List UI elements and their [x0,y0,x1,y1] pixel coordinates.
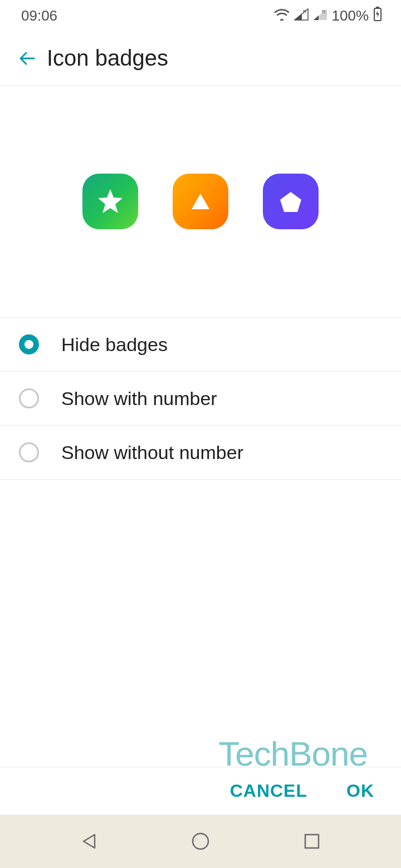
battery-icon [373,7,382,25]
cancel-button[interactable]: CANCEL [230,781,307,801]
radio-unselected-icon [19,388,39,408]
signal-2-icon: R [313,7,327,24]
option-label: Show with number [61,388,217,410]
status-time: 09:06 [21,7,57,24]
svg-text:R: R [322,9,326,14]
nav-back-button[interactable] [75,827,103,855]
option-show-with-number[interactable]: Show with number [0,372,401,426]
back-button[interactable] [13,43,43,73]
svg-rect-3 [376,7,379,8]
option-label: Show without number [61,442,243,463]
options-list: Hide badges Show with number Show withou… [0,318,401,480]
wifi-icon [274,7,290,24]
nav-recent-button[interactable] [298,827,326,855]
button-bar: CANCEL OK [0,767,401,815]
svg-rect-5 [305,835,319,848]
ok-button[interactable]: OK [346,781,374,801]
page-title: Icon badges [47,46,168,71]
status-right: R R 100% [274,7,383,25]
option-show-without-number[interactable]: Show without number [0,426,401,480]
preview-icon-triangle [173,174,228,229]
option-label: Hide badges [61,334,168,356]
navigation-bar [0,815,401,868]
radio-selected-icon [19,334,39,354]
battery-pct: 100% [332,7,369,24]
signal-1-icon: R [294,7,309,24]
preview-icon-star [82,174,138,229]
svg-point-4 [193,834,208,849]
preview-icon-pentagon [263,174,319,229]
status-bar: 09:06 R R 100% [0,0,401,31]
nav-home-button[interactable] [187,827,214,855]
badge-preview [0,86,401,318]
option-hide-badges[interactable]: Hide badges [0,318,401,372]
svg-text:R: R [303,9,307,14]
header: Icon badges [0,31,401,86]
radio-unselected-icon [19,442,39,462]
